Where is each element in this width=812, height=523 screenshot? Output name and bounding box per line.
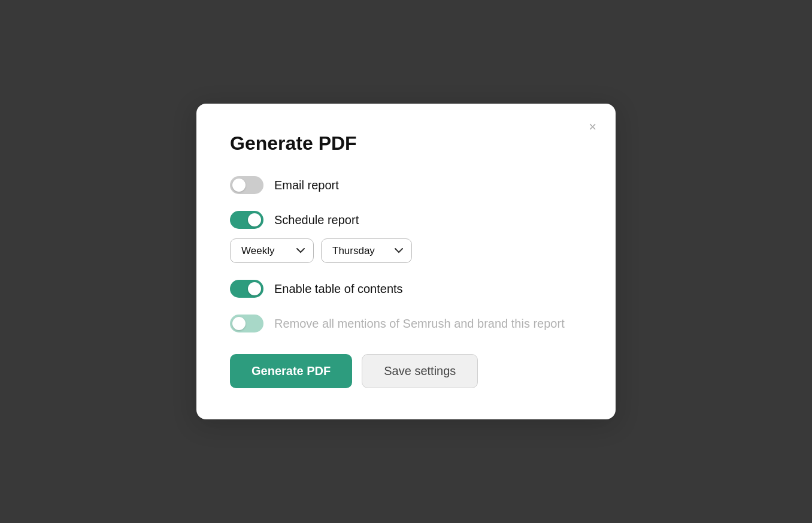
email-report-row: Email report [230, 176, 582, 194]
dropdowns-row: Daily Weekly Monthly Monday Tuesday Wedn… [230, 238, 582, 263]
frequency-dropdown[interactable]: Daily Weekly Monthly [230, 238, 314, 263]
table-of-contents-toggle[interactable] [230, 280, 263, 298]
email-report-label: Email report [274, 179, 339, 192]
email-report-toggle[interactable] [230, 176, 263, 194]
schedule-report-label: Schedule report [274, 213, 359, 227]
white-label-slider [230, 315, 263, 332]
schedule-report-slider [230, 211, 263, 229]
day-dropdown[interactable]: Monday Tuesday Wednesday Thursday Friday… [321, 238, 412, 263]
schedule-report-section: Schedule report Daily Weekly Monthly Mon… [230, 211, 582, 263]
save-settings-button[interactable]: Save settings [362, 354, 478, 388]
table-of-contents-slider [230, 280, 263, 298]
modal-dialog: × Generate PDF Email report Schedule rep… [196, 104, 616, 419]
close-button[interactable]: × [586, 118, 599, 136]
white-label-label: Remove all mentions of Semrush and brand… [274, 317, 565, 331]
table-of-contents-label: Enable table of contents [274, 282, 403, 296]
modal-overlay: × Generate PDF Email report Schedule rep… [0, 0, 812, 523]
email-report-slider [230, 176, 263, 194]
white-label-row: Remove all mentions of Semrush and brand… [230, 315, 582, 332]
white-label-toggle[interactable] [230, 315, 263, 332]
schedule-report-toggle[interactable] [230, 211, 263, 229]
schedule-report-header: Schedule report [230, 211, 582, 229]
table-of-contents-row: Enable table of contents [230, 280, 582, 298]
buttons-row: Generate PDF Save settings [230, 354, 582, 388]
modal-title: Generate PDF [230, 132, 582, 155]
generate-pdf-button[interactable]: Generate PDF [230, 354, 352, 388]
